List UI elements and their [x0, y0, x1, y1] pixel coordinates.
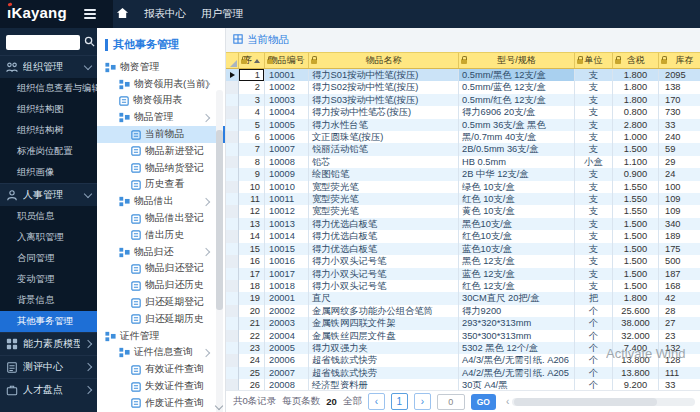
row-marker-cell[interactable] [226, 305, 239, 317]
row-marker-cell[interactable] [226, 181, 239, 193]
table-cell[interactable]: 9.200 [613, 379, 659, 390]
row-marker-cell[interactable] [226, 69, 239, 81]
scroll-left-icon[interactable]: ‹ [506, 396, 509, 407]
row-marker-cell[interactable] [226, 243, 239, 255]
table-cell[interactable]: 得力按动中性笔芯(按压) [309, 106, 459, 118]
tree-item[interactable]: 证件信息查询 [97, 345, 225, 362]
table-cell[interactable]: 得力S03按动中性笔(按压) [309, 94, 459, 106]
sidebar-item[interactable]: 变动管理 [0, 269, 97, 290]
table-cell[interactable]: 128 [659, 354, 700, 366]
table-row[interactable]: 2020002金属网纹多功能办公组合笔筒得力9200个25.60028 [226, 305, 700, 317]
table-cell[interactable]: 支 [575, 230, 613, 242]
table-cell[interactable]: 1.800 [613, 94, 659, 106]
column-header[interactable]: 序 [239, 53, 265, 68]
table-cell[interactable]: 3 [239, 94, 265, 106]
table-cell[interactable]: 10015 [265, 243, 309, 255]
table-cell[interactable]: 支 [575, 94, 613, 106]
tree-item[interactable]: 归还延期登记 [97, 294, 225, 311]
table-cell[interactable]: 12 [239, 205, 265, 217]
table-cell[interactable]: 0.5mm 36支/盒 黑色 [459, 119, 575, 131]
current-page[interactable]: 1 [391, 393, 408, 410]
table-cell[interactable]: 20006 [265, 354, 309, 366]
table-cell[interactable]: 1.500 [613, 243, 659, 255]
table-cell[interactable]: 59 [659, 143, 700, 155]
table-cell[interactable]: 10001 [265, 69, 309, 81]
table-cell[interactable]: 黄色 10支/盒 [459, 205, 575, 217]
table-cell[interactable]: 20003 [265, 317, 309, 329]
table-cell[interactable]: 132 [659, 342, 700, 354]
sidebar-item[interactable]: 合同管理 [0, 248, 97, 269]
row-marker-cell[interactable] [226, 81, 239, 93]
table-cell[interactable]: 0.5mm/蓝色 12支/盒 [459, 81, 575, 93]
tree-scrollbar-thumb[interactable] [216, 130, 223, 310]
table-cell[interactable]: 10013 [265, 218, 309, 230]
table-cell[interactable]: 10007 [265, 143, 309, 155]
table-row[interactable]: 2620008经济型资料册30页 A4/黑个9.20033 [226, 379, 700, 390]
horizontal-scrollbar[interactable] [512, 398, 695, 406]
table-cell[interactable]: 个 [575, 379, 613, 390]
table-cell[interactable]: HB 0.5mm [459, 156, 575, 168]
sidebar-item[interactable]: 背景信息 [0, 290, 97, 311]
row-marker-cell[interactable] [226, 119, 239, 131]
tree-item[interactable]: 物品归还登记 [97, 261, 225, 278]
table-cell[interactable]: 1.550 [613, 205, 659, 217]
table-cell[interactable]: 240 [659, 131, 700, 143]
row-marker-cell[interactable] [226, 94, 239, 106]
table-cell[interactable]: 红色 12支/盒 [459, 280, 575, 292]
table-row[interactable]: 510005得力水性台笔0.5mm 36支/盒 黑色支2.80033 [226, 119, 700, 131]
table-cell[interactable]: 把 [575, 292, 613, 304]
table-cell[interactable]: 支 [575, 193, 613, 205]
table-cell[interactable]: 支 [575, 131, 613, 143]
table-cell[interactable]: 187 [659, 268, 700, 280]
tree-item[interactable]: 物品归还历史 [97, 277, 225, 294]
select-all-corner[interactable] [226, 53, 239, 68]
table-row[interactable]: 1210012宽型荧光笔黄色 10支/盒支1.550109 [226, 205, 700, 217]
row-marker-cell[interactable] [226, 230, 239, 242]
table-row[interactable]: 110001得力S01按动中性笔(按压)0.5mm/黑色 12支/盒支1.800… [226, 69, 700, 81]
search-icon[interactable] [84, 33, 95, 51]
table-cell[interactable]: 111 [659, 367, 700, 379]
table-cell[interactable]: 22 [239, 330, 265, 342]
row-marker-cell[interactable] [226, 354, 239, 366]
tree-item[interactable]: 有效证件查询 [97, 361, 225, 378]
table-cell[interactable]: 2B 中华 12支/盒 [459, 168, 575, 180]
table-cell[interactable]: 9 [239, 168, 265, 180]
tree-scrollbar[interactable] [216, 90, 223, 412]
table-cell[interactable]: 33 [659, 379, 700, 390]
table-cell[interactable]: 1.500 [613, 280, 659, 292]
table-cell[interactable]: 支 [575, 218, 613, 230]
table-cell[interactable]: 直尺 [309, 292, 459, 304]
table-cell[interactable]: 绿色 10支/盒 [459, 181, 575, 193]
table-row[interactable]: 610006文正圆珠笔(按压)黑/0.7mm 40支/盒支1.000240 [226, 131, 700, 143]
table-cell[interactable]: 5 [239, 119, 265, 131]
table-cell[interactable]: 红色 10支/盒 [459, 193, 575, 205]
table-cell[interactable]: 0.800 [613, 106, 659, 118]
table-cell[interactable]: 2.800 [613, 119, 659, 131]
table-cell[interactable]: 1.500 [613, 218, 659, 230]
table-cell[interactable]: 0.5mm/红色 12支/盒 [459, 94, 575, 106]
table-cell[interactable]: 锐丽活动铅笔 [309, 143, 459, 155]
table-cell[interactable]: 10003 [265, 94, 309, 106]
tree-item[interactable]: 物资领用表 [97, 93, 225, 110]
table-cell[interactable]: 2095 [659, 69, 700, 81]
table-cell[interactable]: 10012 [265, 205, 309, 217]
table-cell[interactable]: 38.000 [613, 317, 659, 329]
table-row[interactable]: 1510015得力优选白板笔蓝色10支/盒支1.500175 [226, 243, 700, 255]
tree-item[interactable]: 失效证件查询 [97, 378, 225, 395]
sidebar-section-header[interactable]: 组织管理 [0, 55, 97, 78]
table-cell[interactable]: 支 [575, 181, 613, 193]
row-marker-cell[interactable] [226, 292, 239, 304]
table-cell[interactable]: 10011 [265, 193, 309, 205]
row-marker-cell[interactable] [226, 218, 239, 230]
table-cell[interactable]: 42 [659, 292, 700, 304]
tab-current-items[interactable]: 当前物品 [233, 33, 289, 47]
menu-icon[interactable] [84, 9, 96, 21]
table-row[interactable]: 2320005得力双强力夹5302 黑色 12个/盒个7.400132 [226, 342, 700, 354]
next-page-button[interactable]: › [414, 393, 431, 410]
table-cell[interactable]: 个 [575, 330, 613, 342]
table-cell[interactable]: 8 [239, 156, 265, 168]
table-row[interactable]: 1610016得力小双头记号笔黑色 12支/盒支1.500500 [226, 255, 700, 267]
table-cell[interactable]: 个 [575, 342, 613, 354]
prev-page-button[interactable]: ‹ [368, 393, 385, 410]
table-cell[interactable]: 小盒 [575, 156, 613, 168]
